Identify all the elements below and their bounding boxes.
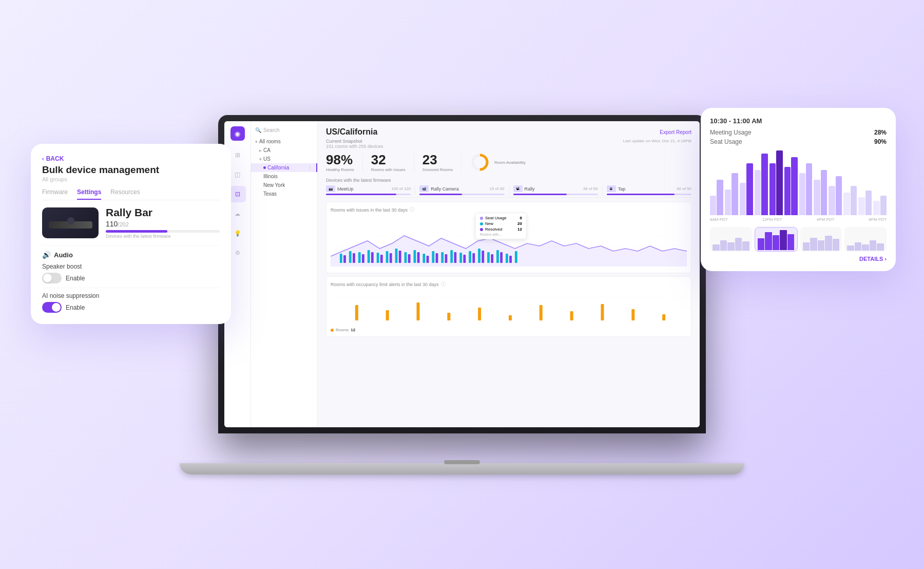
device-info: Rally Bar 110/202 Devices with the lates… (106, 206, 220, 239)
nav-item-newyork[interactable]: New York (251, 181, 317, 189)
tab-resources[interactable]: Resources (110, 188, 140, 200)
svg-rect-16 (432, 251, 434, 263)
laptop-screen: ◉ ⊞ ◫ ⊡ ☁ 💡 ⚙ 🔍 Search ▾ All (224, 121, 700, 427)
occupancy-rooms-value: 12 (351, 328, 355, 332)
svg-rect-28 (362, 254, 364, 263)
export-report-link[interactable]: Export Report (660, 129, 691, 135)
firmware-tab-meetup[interactable]: 📷 MeetUp 100 of 120 (326, 185, 411, 195)
svg-rect-26 (343, 255, 346, 263)
ai-noise-toggle[interactable] (42, 302, 62, 313)
mini-group-1[interactable] (710, 227, 752, 252)
bulk-panel: ‹ BACK Bulk device management All groups… (31, 144, 231, 324)
svg-rect-7 (349, 251, 352, 263)
analytics-panel: 10:30 - 11:00 AM Meeting Usage 28% Seat … (701, 108, 896, 271)
back-link[interactable]: ‹ BACK (42, 155, 220, 162)
ai-noise-label: AI noise suppression (42, 292, 220, 299)
speaker-boost-toggle[interactable] (42, 273, 62, 283)
svg-rect-44 (509, 256, 512, 263)
analytics-bar-chart (710, 150, 887, 217)
meeting-usage-value: 28% (874, 129, 887, 136)
svg-rect-36 (436, 253, 438, 263)
tooltip-new-value: 20 (517, 221, 522, 226)
tooltip-rooms-label: Rooms with... (480, 233, 502, 236)
tap-label: Tap (618, 186, 626, 192)
svg-rect-40 (472, 253, 475, 263)
rally-count: 38 of 60 (583, 186, 598, 191)
rallycamera-icon: 📹 (419, 185, 429, 192)
device-progress-bar (106, 230, 220, 233)
device-image (42, 207, 99, 238)
ai-noise-toggle-label: Enable (66, 304, 85, 311)
sidebar-icon-monitor[interactable]: ◫ (229, 166, 246, 183)
laptop-wrapper: ◉ ⊞ ◫ ⊡ ☁ 💡 ⚙ 🔍 Search ▾ All (190, 84, 734, 485)
snapshot-row: Current Snapshot 151 rooms with 255 devi… (326, 139, 691, 149)
sidebar-icon-settings[interactable]: ⚙ (229, 244, 246, 261)
last-update: Last update on Wed, Dec 21, 4:18PM (623, 139, 691, 149)
svg-rect-49 (386, 310, 389, 320)
device-count-row: 110/202 (106, 220, 220, 228)
occupancy-chart (331, 290, 687, 326)
svg-rect-35 (427, 256, 429, 263)
nav-item-us[interactable]: ▾ US (251, 155, 317, 163)
nav-item-ca[interactable]: ▸ CA (251, 146, 317, 155)
speaker-boost-toggle-label: Enable (66, 275, 85, 282)
svg-rect-34 (417, 252, 420, 263)
rallycamera-count: 15 of 30 (490, 186, 505, 191)
mini-bar-groups (710, 227, 887, 252)
main-dashboard: US/California Export Report Current Snap… (318, 121, 700, 427)
sidebar-icon-grid[interactable]: ⊡ (229, 186, 246, 202)
stat-label: Room Availability (494, 160, 526, 165)
svg-rect-10 (377, 253, 379, 263)
sidebar-icon-bulb[interactable]: 💡 (229, 225, 246, 241)
speaker-boost-toggle-row: Enable (42, 273, 220, 283)
svg-rect-50 (417, 302, 420, 320)
sidebar-icon-home[interactable]: ⊞ (229, 147, 246, 163)
tab-settings[interactable]: Settings (77, 188, 101, 200)
details-link[interactable]: DETAILS › (710, 256, 887, 262)
nav-item-all-rooms[interactable]: ▾ All rooms (251, 137, 317, 146)
svg-rect-22 (487, 252, 490, 263)
ai-noise-toggle-row: Enable (42, 302, 220, 313)
nav-item-california[interactable]: California ⋮ (251, 163, 317, 172)
occupancy-chart-section: Rooms with occupancy limit alerts in the… (326, 276, 691, 337)
laptop-notch (444, 460, 480, 464)
svg-rect-32 (399, 251, 401, 263)
svg-rect-21 (478, 249, 480, 263)
firmware-tab-rallycamera[interactable]: 📹 Rally Camera 15 of 30 (419, 185, 504, 195)
nav-search[interactable]: 🔍 Search (251, 125, 317, 135)
svg-rect-15 (422, 254, 425, 263)
laptop-base (180, 463, 744, 475)
sidebar-icon-cloud[interactable]: ☁ (229, 205, 246, 222)
svg-rect-41 (482, 251, 484, 263)
stat-healthy-rooms: 98% Healthy Rooms (326, 153, 354, 172)
svg-rect-29 (371, 252, 374, 263)
laptop-body: ◉ ⊞ ◫ ⊡ ☁ 💡 ⚙ 🔍 Search ▾ All (218, 115, 706, 433)
svg-rect-57 (631, 309, 634, 320)
dashboard-header: US/California Export Report (326, 127, 691, 137)
tab-firmware[interactable]: Firmware (42, 188, 68, 200)
svg-rect-38 (454, 252, 457, 263)
tooltip-time: 10:30 - 11:00 AM (710, 117, 887, 125)
back-arrow-icon: ‹ (42, 156, 44, 162)
svg-rect-11 (386, 251, 389, 263)
firmware-tab-tap[interactable]: 🖥 Tap 40 of 50 (607, 185, 691, 195)
room-availability-donut (470, 152, 490, 173)
firmware-section-label: Devices with the latest firmware (326, 178, 691, 183)
mini-group-3[interactable] (800, 227, 842, 252)
meeting-usage-row: Meeting Usage 28% (710, 129, 887, 136)
svg-rect-31 (390, 253, 392, 263)
nav-item-texas[interactable]: Texas (251, 189, 317, 198)
rallycamera-label: Rally Camera (431, 186, 459, 192)
svg-rect-43 (500, 252, 503, 263)
nav-item-illinois[interactable]: Illinois (251, 172, 317, 181)
firmware-progress-label: Devices with the latest firmware (106, 234, 220, 239)
stat-label: Healthy Rooms (326, 167, 354, 172)
info-icon: ⓘ (410, 206, 414, 213)
svg-rect-48 (355, 305, 358, 320)
mini-group-2-selected[interactable] (755, 227, 798, 252)
seat-usage-value: 90% (874, 138, 887, 145)
svg-rect-12 (395, 249, 398, 263)
snapshot-label: Current Snapshot (326, 139, 383, 144)
firmware-tab-rally[interactable]: 📽 Rally 38 of 60 (513, 185, 598, 195)
mini-group-4[interactable] (844, 227, 887, 252)
